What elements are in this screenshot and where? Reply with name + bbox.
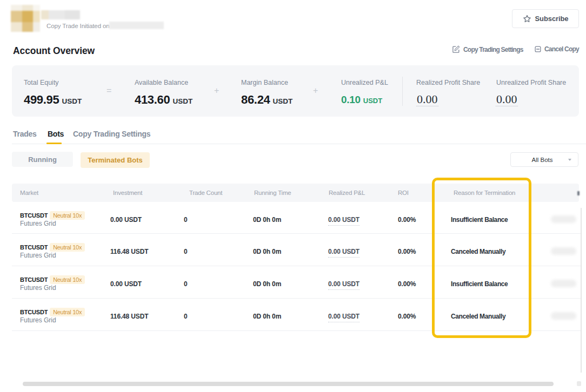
all-bots-dropdown-value: All Bots (532, 157, 553, 163)
copy-trading-page: Copy Trade Initiated on Subscribe Accoun… (0, 0, 586, 392)
available-balance-label: Available Balance (135, 79, 188, 86)
plus-operator: + (214, 86, 219, 96)
reason-cell: Insufficient Balance (451, 216, 508, 224)
trade-count-cell: 0 (184, 280, 188, 288)
market-symbol: BTCUSDT (20, 276, 48, 283)
vertical-scrollbar-end (577, 381, 581, 386)
account-stats-bar: Total Equity 499.95USDT = Available Bala… (12, 65, 579, 117)
margin-balance-value: 86.24USDT (241, 93, 292, 107)
equals-operator: = (106, 86, 111, 96)
avatar-pixel (11, 11, 22, 22)
investment-cell: 0.00 USDT (110, 216, 142, 224)
realized-pnl-underlined-value: 0.00 USDT (328, 248, 359, 258)
running-time-cell: 0D 0h 0m (253, 248, 281, 255)
running-time-cell: 0D 0h 0m (253, 313, 281, 320)
trader-avatar-blurred (11, 5, 40, 32)
running-filter-button[interactable]: Running (12, 152, 73, 167)
market-type: Futures Grid (20, 252, 56, 259)
reason-cell: Canceled Manually (451, 248, 505, 255)
action-link-blurred[interactable] (551, 215, 576, 223)
roi-cell: 0.00% (398, 248, 416, 255)
realized-pnl-cell: 0.00 USDT (328, 216, 359, 224)
chevron-down-icon (568, 159, 571, 161)
all-bots-dropdown[interactable]: All Bots (510, 152, 578, 167)
realized-pnl-cell: 0.00 USDT (328, 280, 359, 288)
market-cell-line1: BTCUSDTNeutral 10x (20, 243, 85, 252)
col-investment: Investment (113, 190, 142, 196)
plus-operator: + (313, 86, 318, 96)
action-link-blurred[interactable] (551, 280, 576, 287)
roi-cell: 0.00% (398, 280, 416, 288)
copy-trading-settings-button[interactable]: Copy Trading Settings (452, 45, 523, 53)
edit-icon (452, 45, 460, 53)
tabs-divider (12, 144, 586, 144)
tab-bots[interactable]: Bots (48, 130, 64, 138)
star-icon (523, 15, 531, 23)
market-symbol: BTCUSDT (20, 309, 48, 315)
market-cell-line1: BTCUSDTNeutral 10x (20, 275, 85, 284)
cancel-copy-label: Cancel Copy (544, 45, 579, 53)
market-type: Futures Grid (20, 316, 56, 324)
action-link-blurred[interactable] (551, 247, 576, 255)
tab-copy-trading-settings[interactable]: Copy Trading Settings (73, 130, 150, 138)
cancel-copy-button[interactable]: Cancel Copy (535, 45, 579, 53)
name-blur-block (41, 10, 49, 19)
avatar-pixel (33, 5, 40, 11)
market-cell-line1: BTCUSDTNeutral 10x (20, 211, 85, 220)
total-equity-label: Total Equity (24, 79, 59, 86)
stat-value-unit: USDT (273, 97, 293, 105)
horizontal-scrollbar[interactable] (23, 382, 554, 386)
realized-profit-share-label: Realized Profit Share (416, 79, 480, 86)
margin-balance-label: Margin Balance (241, 79, 288, 86)
stat-value-number: 0.10 (341, 94, 361, 105)
table-header: Market Investment Trade Count Running Ti… (12, 184, 579, 202)
table-row: BTCUSDTNeutral 10x Futures Grid 116.48 U… (12, 234, 581, 266)
stats-divider (402, 77, 403, 106)
vertical-scrollbar[interactable] (581, 208, 582, 373)
strategy-badge: Neutral 10x (50, 275, 85, 284)
subscribe-button[interactable]: Subscribe (512, 9, 579, 28)
avatar-pixel (11, 22, 22, 32)
stat-value-number: 499.95 (24, 93, 59, 106)
available-balance-value: 413.60USDT (135, 93, 192, 107)
terminated-bots-filter-button[interactable]: Terminated Bots (81, 152, 150, 168)
roi-cell: 0.00% (398, 313, 416, 320)
market-cell-line1: BTCUSDTNeutral 10x (20, 308, 85, 316)
col-running-time: Running Time (254, 190, 291, 196)
market-symbol: BTCUSDT (20, 244, 48, 251)
investment-cell: 0.00 USDT (110, 280, 142, 288)
col-reason: Reason for Termination (454, 190, 515, 196)
avatar-pixel (33, 22, 40, 32)
active-tab-underline (46, 143, 62, 144)
trade-count-cell: 0 (184, 248, 188, 255)
avatar-pixel (22, 5, 33, 11)
clipped-column-edge-mark (577, 191, 580, 195)
trader-name-blurred (41, 10, 80, 19)
stat-value-unit: USDT (363, 97, 382, 105)
table-row: BTCUSDTNeutral 10x Futures Grid 0.00 USD… (12, 266, 581, 299)
table-row: BTCUSDTNeutral 10x Futures Grid 0.00 USD… (12, 202, 581, 234)
running-time-cell: 0D 0h 0m (253, 216, 281, 224)
avatar-pixel (11, 5, 22, 11)
table-row: BTCUSDTNeutral 10x Futures Grid 116.48 U… (12, 299, 581, 331)
name-blur-block (49, 10, 65, 19)
name-blur-block (65, 10, 80, 19)
avatar-pixel (22, 11, 33, 22)
trade-count-cell: 0 (184, 313, 188, 320)
reason-cell: Canceled Manually (451, 313, 505, 320)
strategy-badge: Neutral 10x (50, 308, 85, 316)
avatar-pixel (22, 22, 33, 32)
realized-pnl-underlined-value: 0.00 USDT (328, 280, 359, 290)
page-title: Account Overview (13, 45, 95, 57)
col-market: Market (20, 190, 38, 196)
minus-square-icon (535, 46, 541, 52)
realized-pnl-cell: 0.00 USDT (328, 248, 359, 255)
trade-count-cell: 0 (184, 216, 188, 224)
unrealized-pnl-value: 0.10USDT (341, 94, 382, 106)
total-equity-value: 499.95USDT (24, 93, 82, 107)
reason-cell: Insufficient Balance (451, 280, 508, 288)
tab-trades[interactable]: Trades (13, 130, 37, 138)
realized-pnl-underlined-value: 0.00 USDT (328, 216, 359, 226)
unrealized-profit-share-label: Unrealized Profit Share (496, 79, 566, 86)
action-link-blurred[interactable] (551, 312, 576, 320)
